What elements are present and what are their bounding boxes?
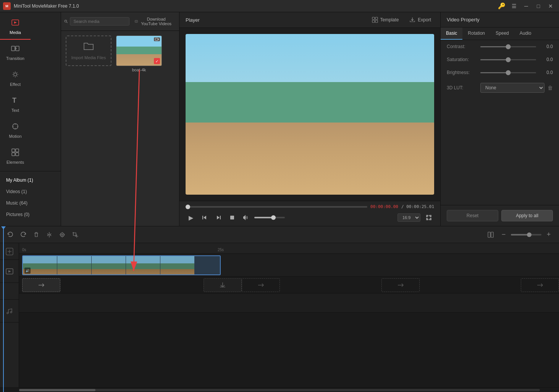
tab-rotation[interactable]: Rotation [462, 27, 490, 40]
zoom-out-button[interactable]: − [498, 229, 509, 240]
saturation-fill [480, 59, 508, 60]
progress-track[interactable] [186, 206, 367, 208]
saturation-row: Saturation: 0.0 [441, 53, 559, 66]
aspect-ratio-select[interactable]: 16:9 [397, 213, 420, 222]
toolbar-elements-label: Elements [6, 160, 24, 165]
sidebar-item-pictures[interactable]: Pictures (0) [0, 209, 61, 220]
split-button[interactable] [44, 229, 55, 240]
brightness-slider[interactable] [480, 72, 536, 73]
toolbar-effect-label: Effect [10, 82, 21, 87]
transition-slot-download[interactable] [204, 278, 242, 292]
player-video [186, 34, 434, 195]
transition-slot-4[interactable] [381, 278, 420, 292]
toolbar-motion[interactable]: Motion [0, 118, 31, 144]
close-button[interactable]: ✕ [545, 1, 556, 11]
video-cam-icon [155, 38, 159, 41]
volume-slider[interactable] [254, 217, 285, 218]
maximize-button[interactable]: □ [533, 1, 544, 11]
contrast-slider[interactable] [480, 46, 536, 47]
zoom-split-icon[interactable] [485, 229, 496, 240]
tab-basic[interactable]: Basic [441, 27, 462, 40]
ruler-mark-25s: 25s [218, 248, 224, 252]
delete-button[interactable] [31, 229, 42, 240]
toolbar-media[interactable]: Media [0, 14, 31, 40]
svg-rect-7 [12, 149, 15, 152]
contrast-value: 0.0 [539, 44, 553, 49]
tab-speed[interactable]: Speed [490, 27, 514, 40]
brightness-label: Brightness: [447, 70, 477, 75]
timeline-scrollbar[interactable] [0, 387, 559, 392]
fullscreen-button[interactable] [423, 212, 434, 223]
app-icon: M [3, 2, 11, 10]
volume-button[interactable] [241, 212, 251, 223]
progress-handle[interactable] [186, 205, 190, 209]
search-input[interactable] [70, 17, 129, 26]
columns-icon [488, 232, 494, 238]
lut-select[interactable]: None [480, 83, 544, 93]
sidebar: Media Transition [0, 12, 61, 226]
contrast-row: Contrast: 0.0 [441, 40, 559, 53]
video-frame [186, 34, 434, 195]
settings-icon[interactable]: 🔑 [496, 1, 507, 11]
properties-tabs: Basic Rotation Speed Audio [441, 27, 559, 40]
crop-button[interactable] [69, 229, 81, 240]
toolbar-text-label: Text [11, 108, 19, 113]
search-icon [64, 19, 68, 24]
clip-frames [23, 256, 220, 274]
saturation-slider[interactable] [480, 59, 536, 60]
audio-detach-button[interactable] [57, 229, 68, 240]
prev-frame-button[interactable] [199, 212, 210, 223]
transition-arrow-icon-1 [37, 281, 45, 289]
toolbar-transition[interactable]: Transition [0, 40, 31, 66]
player-header: Player Template Export [179, 12, 440, 28]
svg-rect-10 [16, 153, 19, 156]
add-icon [6, 248, 13, 255]
toolbar-text[interactable]: T Text [0, 92, 31, 118]
contrast-handle [506, 44, 511, 49]
svg-text:T: T [12, 97, 16, 104]
sidebar-item-music[interactable]: Music (64) [0, 197, 61, 209]
sidebar-item-videos[interactable]: Videos (1) [0, 186, 61, 197]
download-youtube-button[interactable]: Download YouTube Videos [132, 15, 176, 27]
timeline-toolbar: − + [0, 226, 559, 243]
svg-rect-8 [16, 149, 19, 152]
volume-handle [271, 215, 276, 220]
video-clip[interactable]: 🔊 [22, 255, 221, 275]
zoom-in-button[interactable]: + [543, 229, 554, 240]
export-button[interactable]: Export [406, 15, 434, 24]
video-badge [154, 37, 160, 41]
motion-icon [11, 122, 19, 132]
transition-slot-1[interactable] [22, 278, 60, 292]
reset-button[interactable]: Reset [447, 210, 498, 221]
template-button[interactable]: Template [369, 15, 402, 24]
transition-arrow-icon-4 [397, 281, 404, 289]
scrollbar-thumb[interactable] [19, 389, 95, 391]
export-label: Export [418, 17, 431, 23]
hamburger-icon[interactable]: ☰ [509, 1, 519, 11]
brightness-handle [506, 70, 511, 75]
toolbar-elements[interactable]: Elements [0, 144, 31, 169]
media-grid: Import Media Files ✓ boat-4k [61, 31, 179, 226]
minimize-button[interactable]: ─ [521, 1, 532, 11]
stop-button[interactable] [227, 212, 237, 223]
import-media-button[interactable]: Import Media Files [66, 35, 111, 66]
zoom-slider[interactable] [511, 234, 541, 236]
next-frame-button[interactable] [213, 212, 224, 223]
scrollbar-track[interactable] [19, 389, 540, 391]
transition-slot-3[interactable] [242, 278, 280, 292]
redo-button[interactable] [18, 229, 29, 240]
svg-rect-17 [372, 20, 375, 23]
media-item-boat4k[interactable]: ✓ boat-4k [116, 35, 162, 72]
undo-button[interactable] [5, 229, 16, 240]
sidebar-item-my-album[interactable]: My Album (1) [0, 174, 61, 186]
svg-line-12 [66, 22, 67, 23]
lut-delete-icon[interactable]: 🗑 [548, 85, 553, 91]
toolbar-effect[interactable]: Effect [0, 66, 31, 92]
apply-all-button[interactable]: Apply to all [501, 210, 553, 221]
tab-audio[interactable]: Audio [514, 27, 537, 40]
transition-slot-5[interactable] [521, 278, 559, 292]
contrast-fill [480, 46, 508, 47]
svg-rect-19 [202, 216, 203, 219]
play-button[interactable]: ▶ [186, 212, 196, 223]
transition-track-row [19, 277, 559, 294]
